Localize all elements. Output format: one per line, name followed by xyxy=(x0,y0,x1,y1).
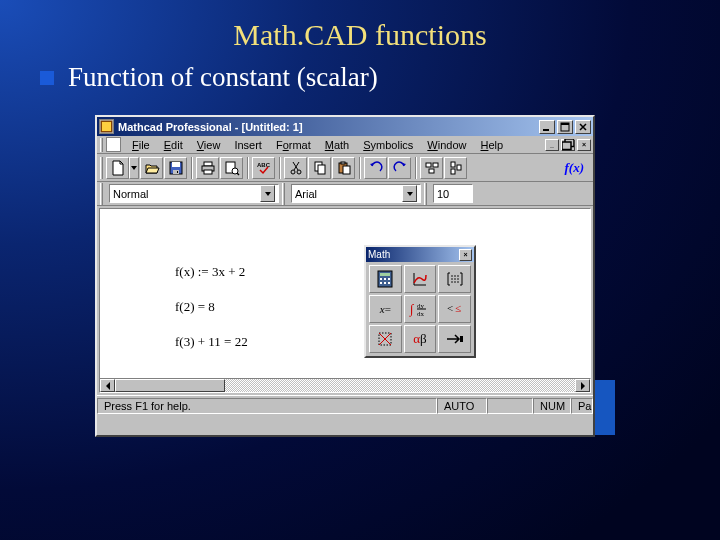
maximize-button[interactable] xyxy=(557,120,573,134)
print-preview-button[interactable] xyxy=(220,157,243,179)
svg-point-18 xyxy=(297,170,301,174)
svg-rect-20 xyxy=(318,165,325,174)
svg-rect-7 xyxy=(172,162,180,167)
svg-rect-10 xyxy=(204,162,212,166)
svg-point-17 xyxy=(291,170,295,174)
matrix-icon[interactable] xyxy=(438,265,471,293)
svg-point-42 xyxy=(454,278,456,280)
spellcheck-button[interactable]: ABC xyxy=(252,157,275,179)
redo-button[interactable] xyxy=(388,157,411,179)
math-palette-title: Math xyxy=(368,249,459,260)
toolbar-grip[interactable] xyxy=(282,183,285,205)
svg-rect-22 xyxy=(341,162,345,164)
svg-rect-9 xyxy=(177,171,178,173)
work-area: f(x) := 3x + 2 f(2) = 8 f(3) + 11 = 22 M… xyxy=(97,206,593,395)
app-icon[interactable] xyxy=(99,119,114,134)
svg-rect-23 xyxy=(343,166,350,174)
menu-insert-label: Insert xyxy=(234,139,262,151)
svg-rect-36 xyxy=(384,282,386,284)
toolbar-separator xyxy=(191,157,193,179)
minimize-button[interactable] xyxy=(539,120,555,134)
greek-icon[interactable]: αβ xyxy=(404,325,437,353)
menu-format[interactable]: Format xyxy=(269,137,318,153)
svg-rect-33 xyxy=(384,278,386,280)
scroll-track[interactable] xyxy=(115,379,575,392)
menu-edit-label: dit xyxy=(171,139,183,151)
status-blank xyxy=(487,398,533,414)
evaluation-icon[interactable]: x= xyxy=(369,295,402,323)
svg-rect-32 xyxy=(380,278,382,280)
scroll-left-button[interactable] xyxy=(100,379,115,392)
svg-point-41 xyxy=(451,278,453,280)
menu-edit[interactable]: Edit xyxy=(157,137,190,153)
save-button[interactable] xyxy=(164,157,187,179)
programming-icon[interactable] xyxy=(369,325,402,353)
style-combo[interactable]: Normal xyxy=(109,184,279,203)
titlebar[interactable]: Mathcad Professional - [Untitled: 1] xyxy=(97,117,593,136)
titlebar-text: Mathcad Professional - [Untitled: 1] xyxy=(118,121,539,133)
svg-point-45 xyxy=(454,281,456,283)
bullet-icon xyxy=(40,71,54,85)
close-button[interactable] xyxy=(575,120,591,134)
svg-point-43 xyxy=(457,278,459,280)
align-button[interactable] xyxy=(420,157,443,179)
bullet-text: Function of constant (scalar) xyxy=(68,62,378,93)
toolbar-grip[interactable] xyxy=(424,183,427,205)
menu-grip[interactable] xyxy=(100,138,103,152)
new-button[interactable] xyxy=(106,157,129,179)
menu-bar: File Edit View Insert Format Math Symbol… xyxy=(97,136,593,154)
menu-view-label: iew xyxy=(204,139,221,151)
calculus-icon[interactable]: ∫dydx xyxy=(404,295,437,323)
align2-button[interactable] xyxy=(444,157,467,179)
formatting-toolbar: Normal Arial 10 xyxy=(97,182,593,206)
menu-view[interactable]: View xyxy=(190,137,228,153)
font-combo[interactable]: Arial xyxy=(291,184,421,203)
equation-definition[interactable]: f(x) := 3x + 2 xyxy=(175,264,245,280)
cut-button[interactable] xyxy=(284,157,307,179)
svg-rect-31 xyxy=(380,273,390,276)
menu-insert[interactable]: Insert xyxy=(227,137,269,153)
mdi-restore-button[interactable] xyxy=(561,139,575,151)
print-button[interactable] xyxy=(196,157,219,179)
style-combo-dropdown[interactable] xyxy=(260,185,275,202)
equation-eval-1[interactable]: f(2) = 8 xyxy=(175,299,215,315)
font-combo-dropdown[interactable] xyxy=(402,185,417,202)
undo-button[interactable] xyxy=(364,157,387,179)
toolbar-grip[interactable] xyxy=(100,183,103,205)
calculator-icon[interactable] xyxy=(369,265,402,293)
toolbar-separator xyxy=(359,157,361,179)
horizontal-scrollbar[interactable] xyxy=(99,378,591,393)
menu-help[interactable]: Help xyxy=(474,137,511,153)
menu-file[interactable]: File xyxy=(125,137,157,153)
toolbar-grip[interactable] xyxy=(100,157,103,179)
math-palette-titlebar[interactable]: Math × xyxy=(366,247,474,262)
math-palette-close-button[interactable]: × xyxy=(459,249,472,261)
svg-rect-12 xyxy=(204,170,212,174)
menu-window[interactable]: Window xyxy=(420,137,473,153)
size-combo[interactable]: 10 xyxy=(433,184,473,203)
svg-rect-28 xyxy=(451,169,455,174)
menu-math[interactable]: Math xyxy=(318,137,356,153)
boolean-icon[interactable]: <≤ xyxy=(438,295,471,323)
graph-icon[interactable] xyxy=(404,265,437,293)
menu-symbolics[interactable]: Symbolics xyxy=(356,137,420,153)
document-area[interactable]: f(x) := 3x + 2 f(2) = 8 f(3) + 11 = 22 M… xyxy=(99,208,591,393)
open-button[interactable] xyxy=(140,157,163,179)
svg-rect-8 xyxy=(173,170,179,174)
symbolic-icon[interactable] xyxy=(438,325,471,353)
menu-math-label: ath xyxy=(334,139,349,151)
math-palette[interactable]: Math × x= ∫dydx <≤ αβ xyxy=(364,245,476,358)
svg-rect-3 xyxy=(561,123,569,125)
scroll-thumb[interactable] xyxy=(115,379,225,392)
mdi-minimize-button[interactable]: _ xyxy=(545,139,559,151)
scroll-right-button[interactable] xyxy=(575,379,590,392)
document-icon[interactable] xyxy=(106,137,121,152)
new-dropdown[interactable] xyxy=(129,157,139,179)
svg-point-46 xyxy=(457,281,459,283)
equation-eval-2[interactable]: f(3) + 11 = 22 xyxy=(175,334,248,350)
menu-symbolics-label: ymbolics xyxy=(371,139,414,151)
paste-button[interactable] xyxy=(332,157,355,179)
svg-text:dx: dx xyxy=(417,310,425,318)
copy-button[interactable] xyxy=(308,157,331,179)
mdi-close-button[interactable]: × xyxy=(577,139,591,151)
